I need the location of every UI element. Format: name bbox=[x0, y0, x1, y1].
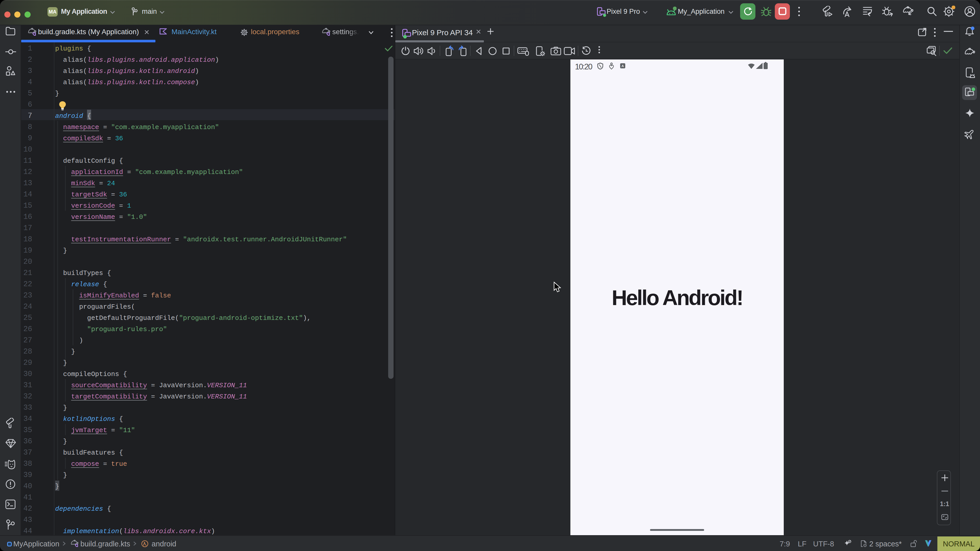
svg-text:A: A bbox=[621, 64, 624, 68]
